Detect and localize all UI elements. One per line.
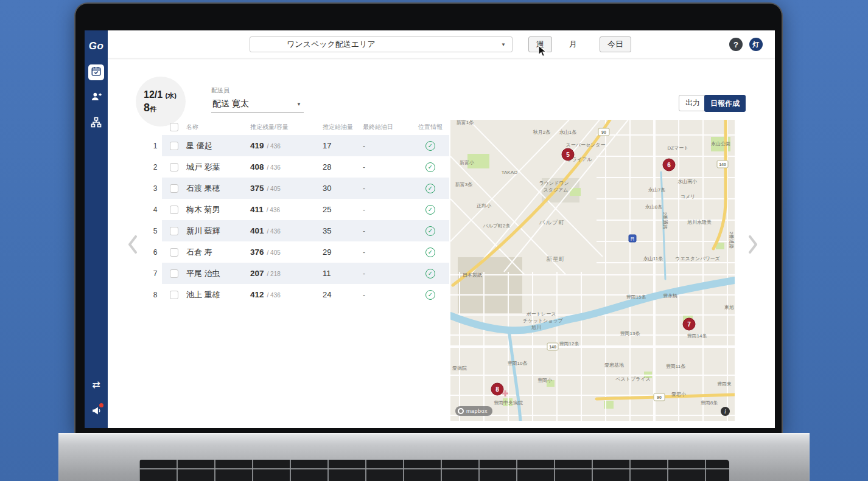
svg-text:TAKAO: TAKAO	[502, 170, 518, 175]
svg-text:90: 90	[601, 130, 606, 134]
row-checkbox[interactable]	[170, 206, 178, 214]
month-button[interactable]: 月	[561, 36, 585, 52]
row-number: 1	[149, 135, 162, 156]
customer-name: 平尾 治虫	[186, 268, 250, 279]
svg-text:愛病院: 愛病院	[452, 365, 467, 371]
svg-text:豊岡8条: 豊岡8条	[701, 400, 718, 406]
topbar: ワンスペック配送エリア ▼ 週 月 今日 ? 灯	[108, 30, 775, 58]
svg-text:正和小: 正和小	[477, 203, 492, 209]
driver-select[interactable]: 配送 寛太 ▼	[211, 95, 304, 113]
driver-select-group: 配送員 配送 寛太 ▼	[211, 86, 304, 113]
brand-button[interactable]: 灯	[749, 38, 763, 51]
row-number: 8	[149, 284, 162, 305]
location-check-icon: ✓	[425, 162, 435, 172]
app-window: Go	[85, 30, 775, 428]
svg-text:140: 140	[549, 345, 556, 349]
last-refuel-date: -	[358, 227, 413, 235]
week-button[interactable]: 週	[528, 36, 552, 52]
today-button[interactable]: 今日	[600, 36, 631, 52]
map-marker-6[interactable]: 6	[663, 159, 675, 171]
table-row[interactable]: 1 星 優起 419/ 436 17 - ✓	[149, 135, 449, 156]
sidebar-item-transfer[interactable]: ⇄	[88, 377, 104, 393]
prev-page-button[interactable]	[126, 234, 139, 255]
table-row[interactable]: 3 石渡 果穂 375/ 405 30 - ✓	[149, 178, 449, 199]
svg-text:新富3条: 新富3条	[455, 182, 472, 187]
row-checkbox[interactable]	[170, 269, 178, 278]
row-number: 2	[149, 156, 162, 178]
row-checkbox[interactable]	[170, 184, 178, 193]
row-checkbox[interactable]	[170, 227, 178, 235]
refuel-amount: 28	[314, 162, 358, 171]
remaining-capacity: 419/ 436	[250, 141, 314, 150]
table-row[interactable]: 7 平尾 治虫 207/ 218 11 - ✓	[149, 263, 449, 284]
svg-text:豊岡15条: 豊岡15条	[626, 294, 646, 300]
location-check-icon: ✓	[425, 290, 435, 300]
refuel-amount: 24	[314, 290, 358, 299]
go-logo: Go	[89, 40, 104, 52]
customer-name: 石倉 寿	[186, 247, 250, 258]
customer-name: 池上 重雄	[186, 289, 250, 300]
map-marker-7[interactable]: 7	[683, 318, 695, 330]
svg-text:スーパーセンター: スーパーセンター	[566, 142, 606, 148]
refuel-amount: 17	[314, 141, 358, 150]
table-row[interactable]: 6 石倉 寿 376/ 405 29 - ✓	[149, 241, 449, 263]
map-marker-8[interactable]: 8	[491, 383, 503, 395]
map-info-button[interactable]: i	[721, 407, 730, 416]
table-row[interactable]: 4 梅木 菊男 411/ 436 25 - ✓	[149, 199, 449, 220]
svg-text:日: 日	[631, 237, 635, 241]
sidebar-item-announcements[interactable]	[88, 404, 104, 420]
row-checkbox[interactable]	[170, 163, 178, 171]
row-number: 7	[149, 263, 162, 284]
row-checkbox[interactable]	[170, 291, 178, 299]
area-select[interactable]: ワンスペック配送エリア ▼	[250, 36, 513, 52]
sidebar-item-organization[interactable]	[88, 116, 104, 131]
customer-name: 石渡 果穂	[186, 183, 250, 194]
row-number: 6	[149, 241, 162, 263]
table-row[interactable]: 8 池上 重雄 412/ 436 24 - ✓	[149, 284, 449, 305]
svg-text:永山11条: 永山11条	[643, 256, 663, 261]
row-checkbox[interactable]	[170, 142, 178, 150]
last-refuel-date: -	[358, 248, 413, 257]
map-panel[interactable]: 9014014090 新富1条秋月2条永山1条スーパーセンタートライアルDZマー…	[450, 120, 735, 421]
table-row[interactable]: 5 新川 藍輝 401/ 436 35 - ✓	[149, 220, 449, 241]
location-check-icon: ✓	[425, 247, 435, 257]
area-select-value: ワンスペック配送エリア	[287, 39, 376, 50]
refuel-amount: 11	[314, 269, 358, 278]
table-header: 名称 推定残量/容量 推定給油量 最終給油日 位置情報	[149, 119, 449, 135]
row-number: 3	[149, 178, 162, 199]
svg-text:7: 7	[687, 321, 691, 328]
svg-text:旭川永隆業: 旭川永隆業	[687, 220, 712, 225]
remaining-capacity: 375/ 405	[250, 184, 314, 193]
svg-text:90: 90	[657, 395, 662, 400]
report-button[interactable]: 日報作成	[704, 95, 746, 112]
customer-name: 星 優起	[186, 140, 250, 151]
map-canvas[interactable]: 9014014090 新富1条秋月2条永山1条スーパーセンタートライアルDZマー…	[450, 120, 735, 421]
mapbox-logo[interactable]: mapbox	[455, 406, 492, 416]
row-checkbox[interactable]	[170, 248, 178, 257]
last-refuel-date: -	[358, 142, 413, 150]
remaining-capacity: 408/ 436	[250, 162, 314, 171]
laptop-deck	[58, 433, 810, 481]
map-marker-5[interactable]: 5	[562, 148, 574, 161]
svg-text:豊岡13条: 豊岡13条	[620, 331, 640, 336]
svg-text:スタジアム: スタジアム	[544, 187, 569, 193]
row-number: 4	[149, 199, 162, 220]
sidebar-item-customers[interactable]	[88, 90, 104, 106]
svg-text:新富小: 新富小	[460, 160, 475, 165]
svg-text:5: 5	[566, 151, 570, 158]
org-chart-icon	[90, 116, 102, 131]
driver-label: 配送員	[211, 86, 304, 95]
export-button[interactable]: 出力	[679, 95, 707, 111]
sidebar-item-schedule[interactable]	[88, 64, 104, 80]
laptop-screen: Go	[74, 2, 783, 433]
location-check-icon: ✓	[425, 184, 435, 193]
select-all-checkbox[interactable]	[170, 123, 178, 131]
help-button[interactable]: ?	[729, 38, 743, 51]
svg-text:ラウンドワン: ラウンドワン	[539, 181, 569, 186]
col-location: 位置情報	[413, 123, 448, 131]
table-row[interactable]: 2 城戸 彩葉 408/ 436 28 - ✓	[149, 156, 449, 178]
last-refuel-date: -	[358, 291, 413, 299]
refuel-amount: 30	[314, 184, 358, 193]
next-page-button[interactable]	[746, 234, 760, 255]
chevron-down-icon: ▼	[501, 42, 506, 47]
